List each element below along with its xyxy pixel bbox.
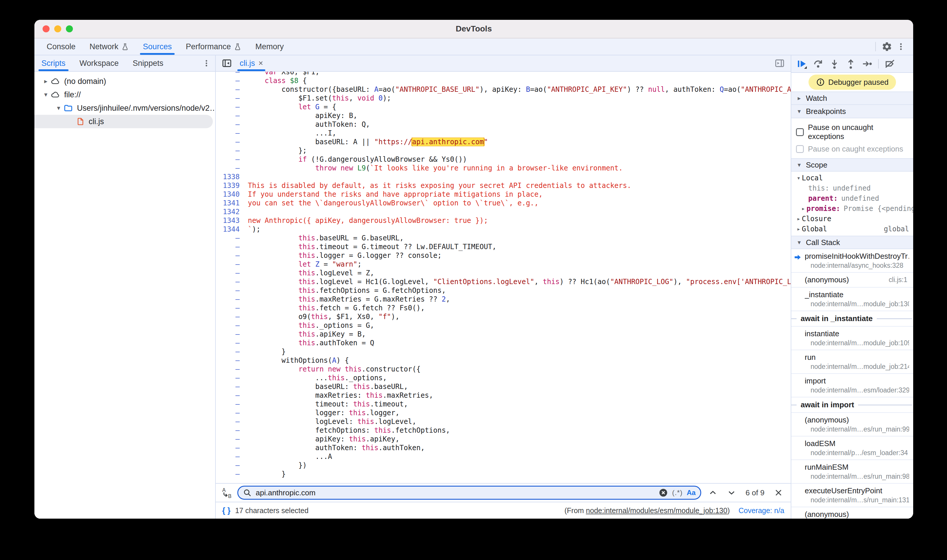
sidebar-tab-scripts[interactable]: Scripts [34,55,72,71]
gutter-line-number[interactable]: – [216,295,244,304]
scope-section-header[interactable]: ▾ Scope [791,158,913,172]
gutter-line-number[interactable]: – [216,391,244,400]
gutter-line-number[interactable]: – [216,426,244,435]
call-stack-frame[interactable]: promiseInitHookWithDestroyTr…node:intern… [791,249,913,273]
sidebar-more-options-icon[interactable] [199,56,213,70]
watch-section-header[interactable]: ▸ Watch [791,91,913,105]
gutter-line-number[interactable]: 1339 [216,181,244,190]
gutter-line-number[interactable]: – [216,304,244,312]
tree-item-file-[interactable]: ▾file:// [34,88,213,102]
collapse-left-panel-icon[interactable] [220,56,234,70]
scope-group-global[interactable]: ▸Globalglobal [791,224,913,234]
gutter-line-number[interactable]: – [216,146,244,155]
step-into-icon[interactable] [827,57,842,71]
gutter-line-number[interactable]: – [216,347,244,356]
tab-network[interactable]: Network [83,38,136,55]
call-stack-section-header[interactable]: ▾ Call Stack [791,236,913,249]
clear-search-icon[interactable] [659,488,668,497]
gutter-line-number[interactable]: – [216,251,244,260]
tree-item-users-jinhuilee-nvm-versions-node-v2-[interactable]: ▾Users/jinhuilee/.nvm/versions/node/v2… [34,102,213,115]
call-stack-frame[interactable]: importnode:internal/m…esm/loader:329 [791,374,913,397]
gutter-line-number[interactable]: – [216,338,244,347]
deactivate-breakpoints-icon[interactable] [882,57,898,71]
search-input[interactable] [256,488,655,497]
call-stack-frame[interactable]: (anonymous)cli.js:1 [791,273,913,288]
tab-console[interactable]: Console [40,38,83,55]
step-icon[interactable] [859,57,875,71]
breakpoints-section-header[interactable]: ▾ Breakpoints [791,105,913,118]
gutter-line-number[interactable]: – [216,435,244,443]
next-match-icon[interactable] [725,486,739,500]
gutter-line-number[interactable]: – [216,330,244,338]
call-stack-frame[interactable]: instantiatenode:internal/m…module_job:10… [791,327,913,350]
gutter-line-number[interactable]: – [216,452,244,461]
gutter-line-number[interactable]: 1342 [216,208,244,216]
call-stack-frame[interactable]: runMainESMnode:internal/m…es/run_main:98 [791,460,913,484]
gutter-line-number[interactable]: – [216,234,244,242]
gutter-line-number[interactable]: – [216,111,244,120]
close-tab-icon[interactable]: × [259,59,263,68]
checkbox-unchecked[interactable] [796,128,804,136]
gutter-line-number[interactable]: – [216,164,244,172]
call-stack-frame[interactable]: _instantiatenode:internal/m…module_job:1… [791,288,913,311]
call-stack-frame[interactable]: executeUserEntryPointnode:internal/m…s/r… [791,484,913,507]
chevron-down-icon[interactable]: ▾ [41,91,51,98]
gutter-line-number[interactable]: 1343 [216,216,244,225]
code-editor[interactable]: – var Xs0, $F1;– class $8 {– constructor… [216,72,791,483]
expand-right-panel-icon[interactable] [773,56,787,70]
close-search-icon[interactable] [771,486,785,500]
tab-memory[interactable]: Memory [248,38,291,55]
gutter-line-number[interactable]: – [216,417,244,426]
scope-variable[interactable]: this:undefined [791,183,913,193]
more-options-icon[interactable] [894,40,908,54]
scope-group-local[interactable]: ▾Local [791,173,913,183]
gutter-line-number[interactable]: – [216,321,244,330]
gutter-line-number[interactable]: – [216,374,244,382]
gutter-line-number[interactable]: – [216,94,244,103]
regex-toggle[interactable]: (.*) [672,489,683,497]
gutter-line-number[interactable]: 1344 [216,225,244,234]
scope-variable[interactable]: ▸promise:Promise {<pending>} [791,203,913,214]
gutter-line-number[interactable]: – [216,137,244,146]
gutter-line-number[interactable]: – [216,382,244,391]
gutter-line-number[interactable]: – [216,155,244,164]
tab-performance[interactable]: Performance [179,38,248,55]
gutter-line-number[interactable]: – [216,400,244,409]
gutter-line-number[interactable]: 1340 [216,190,244,199]
gutter-line-number[interactable]: – [216,470,244,478]
gutter-line-number[interactable]: – [216,461,244,470]
call-stack-frame[interactable]: runnode:internal/m…module_job:214 [791,350,913,374]
gutter-line-number[interactable]: – [216,85,244,94]
step-out-icon[interactable] [843,57,858,71]
checkbox-unchecked[interactable] [796,145,804,153]
gutter-line-number[interactable]: – [216,312,244,321]
tree-item--no-domain-[interactable]: ▸(no domain) [34,75,213,88]
scope-group-closure[interactable]: ▸Closure [791,214,913,224]
gutter-line-number[interactable]: – [216,120,244,129]
gutter-line-number[interactable]: – [216,409,244,417]
chevron-right-icon[interactable]: ▸ [41,77,51,85]
gutter-line-number[interactable]: – [216,129,244,137]
gutter-line-number[interactable]: – [216,72,244,76]
gutter-line-number[interactable]: – [216,286,244,295]
gutter-line-number[interactable]: – [216,242,244,251]
gutter-line-number[interactable]: 1338 [216,172,244,181]
gutter-line-number[interactable]: – [216,443,244,452]
source-map-link[interactable]: node:internal/modules/esm/module_job:130 [586,506,728,515]
call-stack-frame[interactable]: (anonymous)node:internal/m…es/run_main:9… [791,413,913,437]
settings-gear-icon[interactable] [880,40,894,54]
match-case-toggle[interactable]: Aa [686,489,696,497]
gutter-line-number[interactable]: 1341 [216,199,244,208]
coverage-link[interactable]: Coverage: n/a [739,506,784,515]
gutter-line-number[interactable]: – [216,269,244,277]
pretty-print-icon[interactable]: { } [222,506,231,515]
tree-item-cli-js[interactable]: cli.js [34,115,213,128]
step-over-icon[interactable] [811,57,826,71]
gutter-line-number[interactable]: – [216,356,244,365]
gutter-line-number[interactable]: – [216,260,244,269]
chevron-down-icon[interactable]: ▾ [54,104,63,112]
call-stack-frame[interactable]: loadESMnode:internal/p…/esm_loader:34 [791,437,913,460]
tab-sources[interactable]: Sources [136,38,179,55]
scope-variable[interactable]: parent:undefined [791,193,913,203]
gutter-line-number[interactable]: – [216,76,244,85]
